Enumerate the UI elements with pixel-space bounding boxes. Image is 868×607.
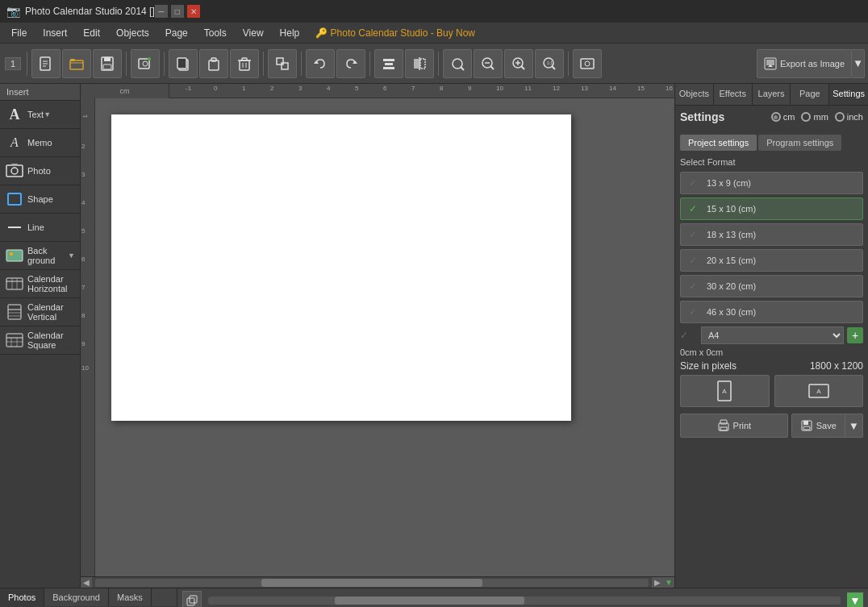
- bottom-panel: Photos Background Masks ▶📁 我的文档 📁 Advanc…: [0, 588, 868, 607]
- copy-button[interactable]: [169, 49, 198, 78]
- tab-page[interactable]: Page: [791, 84, 829, 105]
- orientation-row: A A: [680, 375, 863, 407]
- menu-insert[interactable]: Insert: [35, 25, 75, 41]
- tool-photo[interactable]: Photo: [0, 157, 80, 185]
- photo-scrollbar-thumb[interactable]: [335, 597, 524, 605]
- format-20x15[interactable]: ✓ 20 x 15 (cm): [680, 249, 863, 272]
- scroll-left-button[interactable]: ◀: [81, 577, 92, 588]
- menu-view[interactable]: View: [235, 25, 272, 41]
- format-20x15-label: 20 x 15 (cm): [707, 256, 756, 265]
- minimize-button[interactable]: ─: [155, 5, 168, 18]
- radio-mm: [801, 112, 811, 122]
- toolbar-separator-7: [438, 52, 439, 76]
- tab-masks[interactable]: Masks: [109, 588, 152, 606]
- menu-help[interactable]: Help: [272, 25, 308, 41]
- scroll-end-button[interactable]: ▼: [663, 577, 674, 588]
- format-13x9[interactable]: ✓ 13 x 9 (cm): [680, 172, 863, 194]
- tool-text[interactable]: A Text ▼: [0, 101, 80, 129]
- photos-copy-button[interactable]: [182, 591, 202, 608]
- landscape-button[interactable]: A: [774, 375, 864, 407]
- portrait-button[interactable]: A: [680, 375, 770, 407]
- scrollbar-thumb[interactable]: [261, 579, 482, 587]
- open-button[interactable]: [62, 49, 91, 78]
- tool-background[interactable]: Back ground ▼: [0, 242, 80, 270]
- tool-background-label: Back ground: [27, 246, 68, 265]
- title-text: Photo Calendar Studio 2014 []: [25, 6, 155, 17]
- svg-rect-77: [803, 426, 810, 430]
- subtab-program-settings[interactable]: Program settings: [758, 135, 841, 151]
- tool-calendar-v[interactable]: Calendar Vertical: [0, 298, 80, 326]
- arrange-button[interactable]: [268, 49, 297, 78]
- tab-background[interactable]: Background: [44, 588, 109, 606]
- save-button[interactable]: Save: [791, 414, 845, 438]
- flip-button[interactable]: [405, 49, 434, 78]
- format-46x30[interactable]: ✓ 46 x 30 (cm): [680, 301, 863, 323]
- unit-mm[interactable]: mm: [801, 112, 828, 122]
- menu-page[interactable]: Page: [157, 25, 196, 41]
- format-15x10[interactable]: ✓ 15 x 10 (cm): [680, 197, 863, 220]
- svg-rect-14: [177, 58, 186, 69]
- photos-tabs: Photos Background Masks: [0, 588, 177, 606]
- tab-effects[interactable]: Effects: [714, 84, 753, 105]
- fit-page-button[interactable]: [443, 49, 472, 78]
- canvas-scroll[interactable]: [95, 98, 674, 576]
- save-toolbar-button[interactable]: [93, 49, 122, 78]
- format-18x13-label: 18 x 13 (cm): [707, 230, 756, 239]
- svg-rect-8: [103, 64, 111, 69]
- zoom-out-button[interactable]: [474, 49, 503, 78]
- delete-button[interactable]: [230, 49, 259, 78]
- format-15x10-check: ✓: [689, 203, 702, 214]
- menu-objects[interactable]: Objects: [108, 25, 157, 41]
- undo-button[interactable]: [306, 49, 335, 78]
- new-button[interactable]: [31, 49, 61, 78]
- tab-layers[interactable]: Layers: [753, 84, 791, 105]
- scrollbar-track[interactable]: [95, 579, 649, 587]
- format-18x13[interactable]: ✓ 18 x 13 (cm): [680, 223, 863, 246]
- tool-memo[interactable]: A Memo: [0, 129, 80, 157]
- svg-rect-44: [581, 59, 594, 69]
- subtab-project-settings[interactable]: Project settings: [680, 135, 757, 151]
- svg-rect-7: [104, 57, 111, 61]
- menu-tools[interactable]: Tools: [196, 25, 235, 41]
- zoom-in-button[interactable]: [504, 49, 533, 78]
- paste-button[interactable]: [199, 49, 228, 78]
- tool-calendar-sq[interactable]: Calendar Square: [0, 326, 80, 355]
- add-photo-button[interactable]: [131, 49, 160, 78]
- close-button[interactable]: ✕: [187, 5, 200, 18]
- settings-content: Settings cm mm inch: [675, 106, 868, 588]
- photos-right: ▼ 📁 Select directory ..._160.jpg: [177, 588, 868, 607]
- photo-edit-button[interactable]: [573, 49, 602, 78]
- tab-settings[interactable]: Settings: [829, 84, 868, 105]
- tab-objects[interactable]: Objects: [675, 84, 714, 105]
- svg-rect-78: [187, 598, 194, 605]
- svg-text:1:1: 1:1: [547, 60, 553, 65]
- format-30x20[interactable]: ✓ 30 x 20 (cm): [680, 275, 863, 297]
- photo-scroll-down-button[interactable]: ▼: [847, 592, 863, 608]
- align-button[interactable]: [374, 49, 403, 78]
- svg-rect-79: [190, 596, 197, 603]
- format-add-button[interactable]: +: [847, 327, 863, 343]
- export-dropdown-button[interactable]: ▼: [852, 49, 865, 78]
- menu-edit[interactable]: Edit: [75, 25, 108, 41]
- shape-icon: [5, 189, 24, 209]
- tab-photos[interactable]: Photos: [0, 588, 44, 606]
- maximize-button[interactable]: □: [171, 5, 184, 18]
- redo-button[interactable]: [336, 49, 365, 78]
- save-dropdown-button[interactable]: ▼: [845, 414, 863, 438]
- zoom-100-button[interactable]: 1:1: [535, 49, 564, 78]
- scroll-right-button[interactable]: ▶: [652, 577, 663, 588]
- tool-line[interactable]: Line: [0, 214, 80, 242]
- export-button[interactable]: Export as Image: [757, 49, 852, 78]
- unit-cm[interactable]: cm: [771, 112, 795, 122]
- photo-scrollbar-track[interactable]: [208, 597, 841, 605]
- tool-shape[interactable]: Shape: [0, 185, 80, 214]
- toolbar-separator-6: [369, 52, 370, 76]
- format-select[interactable]: A4 A3 Letter: [701, 326, 844, 344]
- ruler-top: cm -1 0 1 2 3 4 5 6 7 8 9 10 11 1: [81, 84, 674, 98]
- unit-inch[interactable]: inch: [835, 112, 863, 122]
- svg-point-45: [585, 61, 590, 66]
- pixel-label: Size in pixels: [680, 360, 737, 372]
- tool-calendar-h[interactable]: Calendar Horizontal: [0, 270, 80, 298]
- menu-file[interactable]: File: [3, 25, 35, 41]
- print-button[interactable]: Print: [680, 414, 788, 438]
